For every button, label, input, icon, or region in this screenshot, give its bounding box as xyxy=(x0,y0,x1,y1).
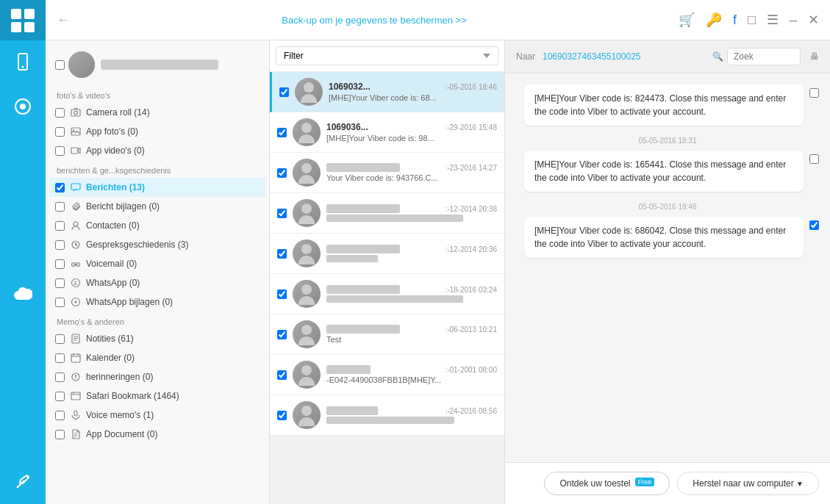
sidebar-item-tools[interactable] xyxy=(0,460,46,504)
safari-checkbox[interactable] xyxy=(55,392,65,401)
message-item-8[interactable]: :-01-2001 08:00 -E042-4490038FBB1B[MHE]Y… xyxy=(270,355,504,395)
app-videos-checkbox[interactable] xyxy=(55,146,65,156)
key-icon[interactable]: 🔑 xyxy=(706,12,722,28)
msg-avatar-9 xyxy=(293,401,321,429)
msg-time-6: :-18-2016 03:24 xyxy=(445,286,497,294)
msg-name-4 xyxy=(326,204,400,213)
whatsapp-checkbox[interactable] xyxy=(55,278,65,288)
back-button[interactable]: ← xyxy=(57,12,70,28)
sidebar-item-berichten[interactable]: Berichten (13) xyxy=(49,178,265,197)
whatsapp-bijlagen-label: WhatsApp bijlagen (0) xyxy=(86,297,173,307)
bubble-checkbox-1[interactable] xyxy=(809,88,819,98)
document-icon xyxy=(69,428,82,441)
msg-avatar-6 xyxy=(293,280,321,308)
sidebar-item-app-fotos[interactable]: App foto's (0) xyxy=(49,122,265,141)
message-icon xyxy=(69,181,82,194)
bericht-bijlagen-checkbox[interactable] xyxy=(55,202,65,212)
message-item-9[interactable]: :-24-2016 08:56 xyxy=(270,395,504,436)
voicemail-checkbox[interactable] xyxy=(55,259,65,269)
sidebar-item-music[interactable] xyxy=(0,84,46,129)
message-item-6[interactable]: :-18-2016 03:24 xyxy=(270,274,504,314)
msg-checkbox-2[interactable] xyxy=(277,128,287,137)
filter-select[interactable]: Filter xyxy=(276,46,498,65)
sidebar-item-bericht-bijlagen[interactable]: Bericht bijlagen (0) xyxy=(49,197,265,216)
app-document-checkbox[interactable] xyxy=(55,430,65,439)
history-icon xyxy=(69,238,82,251)
search-input[interactable] xyxy=(727,48,801,65)
sidebar-item-whatsapp-bijlagen[interactable]: WhatsApp bijlagen (0) xyxy=(49,292,265,312)
sidebar-item-herinneringen[interactable]: herinneringen (0) xyxy=(49,367,265,386)
msg-checkbox-3[interactable] xyxy=(277,168,287,178)
sidebar-item-camera-roll[interactable]: Camera roll (14) xyxy=(49,103,265,122)
facebook-icon[interactable]: f xyxy=(733,12,737,28)
menu-icon[interactable]: ☰ xyxy=(767,12,779,28)
bubble-text-1: [MHE]Your Viber code is: 824473. Close t… xyxy=(524,84,804,126)
message-item-7[interactable]: :-06-2013 10:21 Test xyxy=(270,314,504,355)
message-item-4[interactable]: :-12-2014 20:38 xyxy=(270,193,504,234)
msg-time-9: :-24-2016 08:56 xyxy=(445,407,497,415)
chat-icon[interactable]: □ xyxy=(748,12,756,28)
msg-preview-4 xyxy=(326,215,463,222)
viewer-messages: [MHE]Your Viber code is: 824473. Close t… xyxy=(505,73,830,462)
chevron-down-icon: ▼ xyxy=(796,480,804,488)
msg-checkbox-4[interactable] xyxy=(277,209,287,218)
sidebar-item-app-videos[interactable]: App video's (0) xyxy=(49,141,265,160)
kalender-checkbox[interactable] xyxy=(55,353,65,363)
message-item-5[interactable]: :-12-2014 20:36 xyxy=(270,234,504,274)
berichten-checkbox[interactable] xyxy=(55,183,65,192)
gespreks-checkbox[interactable] xyxy=(55,240,65,250)
msg-time-7: :-06-2013 10:21 xyxy=(445,325,497,334)
msg-content-9: :-24-2016 08:56 xyxy=(326,406,497,424)
sidebar-item-gespreksgeschiedenis[interactable]: Gespreksgeschiedenis (3) xyxy=(49,235,265,254)
bubble-checkbox-3[interactable] xyxy=(809,220,819,230)
sidebar-user-header xyxy=(49,48,265,85)
minimize-icon[interactable]: – xyxy=(790,12,797,28)
contacten-checkbox[interactable] xyxy=(55,221,65,231)
message-item-2[interactable]: 1069036... :-29-2016 15:48 [MHE]Your Vib… xyxy=(270,112,504,153)
message-item-1[interactable]: 1069032... :-05-2016 18:46 [MHE]Your Vib… xyxy=(270,72,504,112)
voice-memos-checkbox[interactable] xyxy=(55,411,65,420)
bubble-checkbox-2[interactable] xyxy=(809,154,819,164)
sidebar-item-kalender[interactable]: Kalender (0) xyxy=(49,348,265,367)
sidebar-item-device[interactable] xyxy=(0,40,46,84)
herinneringen-checkbox[interactable] xyxy=(55,372,65,382)
camera-roll-checkbox[interactable] xyxy=(55,108,65,118)
contact-icon xyxy=(69,219,82,232)
discover-button[interactable]: Ontdek uw toestel Free xyxy=(544,472,670,495)
sidebar-item-cloud[interactable] xyxy=(0,273,46,317)
filter-bar: Filter xyxy=(270,40,504,72)
msg-checkbox-6[interactable] xyxy=(277,289,287,299)
restore-button[interactable]: Herstel naar uw computer ▼ xyxy=(677,472,819,495)
message-item-3[interactable]: :-23-2016 14:27 Your Viber code is: 9437… xyxy=(270,153,504,193)
close-icon[interactable]: ✕ xyxy=(808,12,819,28)
sidebar-item-contacten[interactable]: Contacten (0) xyxy=(49,216,265,235)
svg-rect-14 xyxy=(71,184,80,190)
sidebar-item-voice-memos[interactable]: Voice memo's (1) xyxy=(49,406,265,425)
msg-checkbox-7[interactable] xyxy=(277,330,287,339)
notities-checkbox[interactable] xyxy=(55,334,65,344)
msg-content-5: :-12-2014 20:36 xyxy=(326,245,497,262)
viewer-footer: Ontdek uw toestel Free Herstel naar uw c… xyxy=(505,462,830,504)
app-videos-label: App video's (0) xyxy=(86,145,145,156)
msg-checkbox-5[interactable] xyxy=(277,249,287,259)
user-checkbox[interactable] xyxy=(55,60,65,70)
sidebar-item-app-document[interactable]: App Document (0) xyxy=(49,425,265,444)
sidebar-item-voicemail[interactable]: Voicemail (0) xyxy=(49,254,265,273)
sidebar-item-notities[interactable]: Notities (61) xyxy=(49,329,265,348)
app-fotos-checkbox[interactable] xyxy=(55,127,65,137)
msg-checkbox-1[interactable] xyxy=(279,87,289,97)
msg-name-6 xyxy=(326,285,400,294)
photo-icon xyxy=(69,125,82,138)
top-bar: ← Back-up om je gegevens te beschermen >… xyxy=(46,0,830,40)
cart-icon[interactable]: 🛒 xyxy=(679,12,695,28)
search-icon: 🔍 xyxy=(712,51,723,62)
print-icon[interactable]: 🖶 xyxy=(810,51,819,62)
sidebar-item-whatsapp[interactable]: WhatsApp (0) xyxy=(49,273,265,292)
msg-checkbox-9[interactable] xyxy=(277,411,287,420)
whatsapp-bijlagen-checkbox[interactable] xyxy=(55,298,65,307)
msg-content-8: :-01-2001 08:00 -E042-4490038FBB1B[MHE]Y… xyxy=(326,365,497,384)
msg-content-3: :-23-2016 14:27 Your Viber code is: 9437… xyxy=(326,163,497,182)
backup-link[interactable]: Back-up om je gegevens te beschermen >> xyxy=(282,15,466,26)
sidebar-item-safari[interactable]: Safari Bookmark (1464) xyxy=(49,386,265,406)
msg-checkbox-8[interactable] xyxy=(277,370,287,380)
